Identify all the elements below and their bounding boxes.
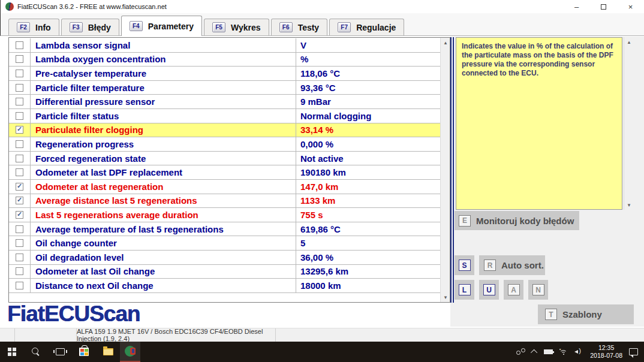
notification-icon[interactable] [629,348,638,355]
key-l-button[interactable]: L [455,280,474,300]
parameter-row[interactable]: Oil change counter 5 [9,236,440,251]
monitor-error-codes-button[interactable]: E Monitoruj kody błędów [455,211,579,230]
chevron-up-icon[interactable] [531,349,537,356]
taskbar: 12:35 2018-07-08 [0,342,644,362]
store-button[interactable] [72,342,96,362]
parameter-name-cell: Average distance last 5 regenerations [31,194,296,208]
scroll-up-icon[interactable]: ▴ [624,37,634,47]
sort-button[interactable]: S [455,255,474,275]
parameter-row[interactable]: Pre-catalyser temperature 118,06 °C [9,67,440,81]
start-button[interactable] [0,342,24,362]
fkey-icon: F3 [70,22,83,32]
parameter-value-cell: 5 [296,236,440,250]
parameter-row[interactable]: Particle filter temperature 93,36 °C [9,81,440,95]
status-segment [0,328,15,342]
row-checkbox[interactable] [16,282,23,289]
row-checkbox[interactable] [16,183,23,191]
maximize-button[interactable] [590,0,617,13]
fiatecuscan-taskbar-button[interactable] [120,342,140,362]
parameter-name: Odometer at last regeneration [35,182,163,192]
row-checkbox[interactable] [16,70,23,77]
parameter-row[interactable]: Odometer at last DPF replacement 190180 … [9,165,440,180]
parameter-value: 36,00 % [300,252,333,263]
parameter-value: 147,0 km [300,182,338,192]
wifi-icon[interactable] [559,349,568,355]
file-explorer-button[interactable] [96,342,120,362]
parameter-row[interactable]: Average temperature of last 5 regenerati… [9,222,440,237]
store-icon [79,348,89,356]
panel-splitter[interactable] [450,37,454,303]
parameter-name: Forced regeneration state [35,153,146,164]
parameter-row[interactable]: Distance to next Oil change 18000 km [9,279,440,293]
row-checkbox[interactable] [16,239,23,247]
parameter-value-cell: Normal clogging [296,109,440,123]
parameter-row[interactable]: Particle filter status Normal clogging [9,109,440,123]
row-checkbox[interactable] [16,55,23,63]
tab-label: Błędy [88,23,111,32]
row-checkbox[interactable] [16,225,23,233]
scroll-down-icon[interactable]: ▾ [624,200,634,210]
parameter-row[interactable]: Lambda sensor signal V [9,38,440,53]
key-u-button[interactable]: U [479,280,499,300]
key-n-button[interactable]: N [528,280,548,300]
parameter-description-panel: Indicates the value in % of the calculat… [456,37,622,210]
parameter-row[interactable]: Forced regeneration state Not active [9,152,440,166]
key-a-button[interactable]: A [504,280,523,300]
parameter-name: Particle filter temperature [35,83,145,93]
search-button[interactable] [24,342,48,362]
parameter-row[interactable]: Odometer at last regeneration 147,0 km [9,180,440,194]
app-icon [5,2,14,11]
row-checkbox[interactable] [16,98,23,105]
tab-parametery[interactable]: F4 Parametery [121,16,202,36]
parameter-row[interactable]: Odometer at last Oil change 13295,6 km [9,265,440,279]
parameter-value: 5 [300,238,305,248]
table-scrollbar[interactable]: ▴ ▾ [440,38,450,302]
row-checkbox[interactable] [16,254,23,261]
parameter-row[interactable]: Differential pressure sensor 9 mBar [9,95,440,109]
row-checkbox[interactable] [16,211,23,219]
people-icon[interactable] [516,348,526,355]
taskbar-clock[interactable]: 12:35 2018-07-08 [590,344,622,360]
parameter-row[interactable]: Lambda oxygen concentration % [9,53,440,67]
close-button[interactable]: × [617,0,644,13]
row-checkbox[interactable] [16,197,23,204]
auto-sort-button[interactable]: R Auto sort. [479,255,545,275]
row-checkbox[interactable] [16,155,23,162]
parameter-value-cell: 118,06 °C [296,67,440,80]
key-l-icon: L [459,284,471,295]
scroll-down-icon[interactable]: ▾ [441,292,450,302]
templates-button[interactable]: T Szablony [538,304,634,324]
row-checkbox-cell [9,208,31,222]
tab-info[interactable]: F2 Info [8,19,59,35]
tab-testy[interactable]: F6 Testy [271,19,328,35]
title-bar: FiatECUScan 3.6.2 - FREE at www.fiatecus… [0,0,644,13]
fkey-icon: F4 [130,21,143,31]
row-checkbox[interactable] [16,41,23,49]
clock-date: 2018-07-08 [590,352,622,360]
tab-regulacje[interactable]: F7 Regulacje [329,19,404,35]
row-checkbox[interactable] [16,168,23,176]
parameter-row[interactable]: Average distance last 5 regenerations 11… [9,194,440,209]
parameter-row[interactable]: Oil degradation level 36,00 % [9,251,440,265]
speaker-icon[interactable] [574,348,583,355]
task-view-button[interactable] [48,342,72,362]
parameter-name: Particulate filter clogging [35,125,143,135]
parameter-row[interactable]: Regeneration progress 0,000 % [9,137,440,152]
tab-błędy[interactable]: F3 Błędy [61,19,119,35]
parameter-value: 33,14 % [300,125,333,135]
row-checkbox[interactable] [16,267,23,275]
tab-wykres[interactable]: F5 Wykres [204,19,269,35]
row-checkbox[interactable] [16,112,23,120]
minimize-button[interactable]: – [563,0,590,13]
parameter-name-cell: Particle filter status [31,109,296,123]
description-scrollbar[interactable]: ▴ ▾ [624,37,633,210]
row-checkbox[interactable] [16,84,23,92]
parameter-value-cell: 13295,6 km [296,265,440,279]
maximize-icon [601,4,606,10]
row-checkbox[interactable] [16,140,23,148]
row-checkbox[interactable] [16,126,23,134]
battery-icon[interactable] [544,349,553,354]
parameter-row[interactable]: Particulate filter clogging 33,14 % [9,123,440,138]
scroll-up-icon[interactable]: ▴ [441,38,450,47]
parameter-row[interactable]: Last 5 regenerations average duration 75… [9,208,440,222]
